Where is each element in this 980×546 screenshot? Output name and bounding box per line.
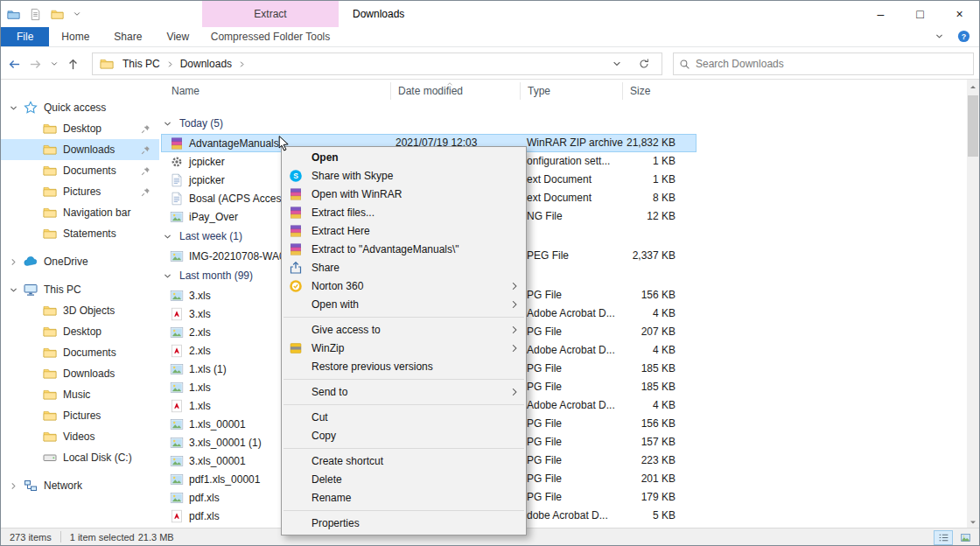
sidebar-item-documents[interactable]: Documents (1, 160, 159, 181)
vertical-scrollbar[interactable] (967, 80, 979, 529)
tab-file[interactable]: File (1, 27, 49, 46)
scrollbar-thumb[interactable] (968, 95, 978, 157)
menu-item-give-access-to[interactable]: Give access to (282, 321, 526, 340)
sidebar-item-videos[interactable]: Videos (1, 426, 159, 447)
menu-item-open-with-winrar[interactable]: Open with WinRAR (282, 186, 526, 204)
tree-chevron-icon[interactable] (9, 285, 18, 295)
window-controls: – □ × (861, 1, 979, 27)
tab-share[interactable]: Share (102, 27, 154, 46)
tree-chevron-icon[interactable] (9, 481, 18, 491)
column-header-name[interactable]: Name (164, 82, 390, 100)
group-collapse-chevron-icon[interactable] (163, 271, 172, 281)
group-header-today-5[interactable]: Today (5) (159, 113, 969, 134)
scroll-down-icon[interactable] (968, 517, 978, 528)
breadcrumb-separator-icon[interactable] (238, 60, 246, 68)
sidebar-item-documents[interactable]: Documents (1, 342, 159, 363)
explorer-logo-icon[interactable] (7, 8, 20, 21)
breadcrumb-separator-icon[interactable] (166, 60, 174, 68)
menu-item-label: Share with Skype (312, 170, 393, 182)
title-bar: Extract Downloads – □ × (1, 1, 979, 27)
menu-item-share[interactable]: Share (282, 259, 526, 277)
minimize-button[interactable]: – (861, 1, 900, 27)
menu-item-extract-here[interactable]: Extract Here (282, 222, 526, 241)
file-name: 1.xls (189, 382, 211, 394)
sidebar-item-navigation-bar[interactable]: Navigation bar (1, 202, 159, 223)
sidebar-section-quick-access[interactable]: Quick access (1, 97, 159, 118)
file-name: 2.xls (189, 326, 211, 339)
column-header-size[interactable]: Size (622, 82, 685, 100)
sidebar-item-pictures[interactable]: Pictures (1, 181, 159, 202)
menu-item-delete[interactable]: Delete (282, 471, 526, 489)
up-icon[interactable] (66, 58, 80, 71)
menu-item-cut[interactable]: Cut (282, 409, 526, 427)
sidebar-item-statements[interactable]: Statements (1, 223, 159, 244)
sidebar-item-desktop[interactable]: Desktop (1, 118, 159, 139)
sidebar-item-3d-objects[interactable]: 3D Objects (1, 300, 159, 321)
tab-compressed-folder-tools[interactable]: Compressed Folder Tools (202, 27, 339, 46)
sidebar-section-network[interactable]: Network (1, 475, 159, 496)
menu-item-extract-files[interactable]: Extract files... (282, 204, 526, 222)
refresh-icon[interactable] (638, 58, 650, 70)
sidebar-item-local-disk-c[interactable]: Local Disk (C:) (1, 447, 159, 468)
context-menu: OpenSShare with SkypeOpen with WinRARExt… (281, 146, 527, 536)
tree-chevron-icon[interactable] (9, 103, 18, 113)
tree-chevron-icon[interactable] (9, 257, 18, 267)
forward-icon[interactable] (29, 58, 42, 71)
sidebar-item-pictures[interactable]: Pictures (1, 405, 159, 426)
help-icon[interactable]: ? (957, 30, 970, 43)
skype-icon: S (289, 169, 303, 183)
location-folder-icon (100, 57, 114, 71)
expand-ribbon-chevron-icon[interactable] (934, 32, 944, 41)
menu-item-share-with-skype[interactable]: SShare with Skype (282, 167, 526, 186)
menu-item-send-to[interactable]: Send to (282, 383, 526, 402)
contextual-tab-group-extract[interactable]: Extract (202, 1, 339, 27)
details-view-button[interactable] (934, 530, 953, 545)
sidebar-item-music[interactable]: Music (1, 384, 159, 405)
close-button[interactable]: × (940, 1, 979, 27)
group-collapse-chevron-icon[interactable] (163, 119, 172, 129)
textdoc-file-icon (170, 192, 184, 206)
thumbnails-view-button[interactable] (956, 530, 975, 545)
menu-item-create-shortcut[interactable]: Create shortcut (282, 452, 526, 471)
file-size: 12 KB (597, 210, 676, 222)
maximize-button[interactable]: □ (900, 1, 940, 27)
column-header-type[interactable]: Type (520, 82, 622, 100)
menu-item-open-with[interactable]: Open with (282, 296, 526, 314)
share-icon (289, 261, 303, 275)
customize-toolbar-chevron-icon[interactable] (73, 10, 81, 18)
menu-item-norton-360[interactable]: Norton 360 (282, 277, 526, 296)
menu-item-rename[interactable]: Rename (282, 489, 526, 508)
address-bar: This PCDownloads (1, 48, 979, 80)
address-box[interactable]: This PCDownloads (92, 52, 662, 75)
column-header-label: Name (172, 85, 200, 97)
tab-view[interactable]: View (154, 27, 201, 46)
ribbon-tab-bar: FileHomeShareViewCompressed Folder Tools (1, 27, 979, 47)
new-folder-icon[interactable] (51, 8, 64, 21)
sidebar-section-onedrive[interactable]: OneDrive (1, 251, 159, 272)
file-size: 1 KB (597, 173, 676, 186)
search-input[interactable] (696, 58, 968, 70)
scroll-up-icon[interactable] (968, 81, 978, 92)
menu-item-open[interactable]: Open (282, 149, 526, 167)
sidebar-item-downloads[interactable]: Downloads (1, 363, 159, 384)
sidebar-item-downloads[interactable]: Downloads (1, 139, 159, 160)
norton-icon (289, 279, 303, 293)
menu-item-properties[interactable]: Properties (282, 514, 526, 533)
address-dropdown-chevron-icon[interactable] (612, 59, 622, 69)
sidebar-item-label: Documents (63, 164, 116, 177)
image-file-icon (170, 326, 184, 340)
back-icon[interactable] (8, 58, 21, 71)
breadcrumb-item-this-pc[interactable]: This PC (117, 58, 165, 70)
sidebar-section-this-pc[interactable]: This PC (1, 279, 159, 300)
menu-item-winzip[interactable]: WinZip (282, 340, 526, 358)
group-collapse-chevron-icon[interactable] (163, 232, 172, 242)
column-header-date-modified[interactable]: Date modified (390, 82, 520, 100)
sidebar-item-desktop[interactable]: Desktop (1, 321, 159, 342)
menu-item-restore-previous-versions[interactable]: Restore previous versions (282, 358, 526, 376)
properties-icon[interactable] (29, 8, 42, 21)
menu-item-extract-to-advantagemanuals[interactable]: Extract to "AdvantageManuals\" (282, 241, 526, 259)
tab-home[interactable]: Home (49, 27, 102, 46)
menu-item-copy[interactable]: Copy (282, 427, 526, 445)
recent-locations-chevron-icon[interactable] (50, 60, 59, 68)
breadcrumb-item-downloads[interactable]: Downloads (175, 58, 237, 70)
